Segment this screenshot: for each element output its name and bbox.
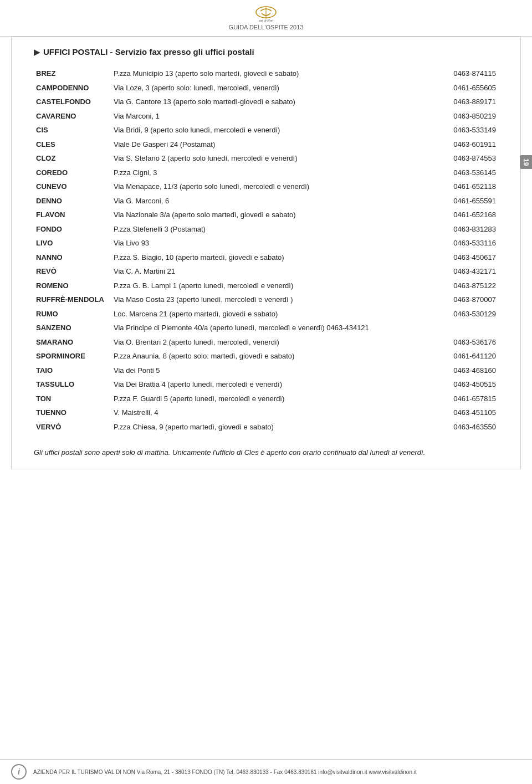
entry-phone: 0461-652118	[424, 180, 498, 194]
table-row: FONDOP.zza Stefenelli 3 (Postamat)0463-8…	[34, 222, 498, 237]
entry-phone: 0463-601911	[424, 137, 498, 152]
table-row: DENNOVia G. Marconi, 60461-655591	[34, 194, 498, 208]
table-row: SANZENOVia Principe di Piemonte 40/a (ap…	[34, 321, 498, 335]
table-row: TAIOVia dei Ponti 50463-468160	[34, 363, 498, 378]
table-row: TUENNOV. Maistrelli, 40463-451105	[34, 406, 498, 420]
entry-address: P.zza G. B. Lampi 1 (aperto lunedì, merc…	[111, 279, 424, 293]
entry-name: CAVARENO	[34, 109, 111, 124]
table-row: CUNEVOVia Menapace, 11/3 (aperto solo lu…	[34, 180, 498, 194]
entry-name: TUENNO	[34, 406, 111, 420]
entry-address: Via Marconi, 1	[111, 109, 424, 124]
entry-name: CASTELFONDO	[34, 95, 111, 109]
entry-phone: 0461-655605	[424, 81, 498, 95]
entry-phone: 0463-533116	[424, 236, 498, 250]
entry-name: CLOZ	[34, 151, 111, 166]
entry-address: Via G. Marconi, 6	[111, 194, 424, 208]
table-row: REVÒVia C. A. Martini 210463-432171	[34, 264, 498, 279]
entry-phone: 0463-874553	[424, 151, 498, 166]
entry-phone: 0463-889171	[424, 95, 498, 109]
table-row: VERVÒP.zza Chiesa, 9 (aperto martedì, gi…	[34, 420, 498, 434]
table-row: SPORMINOREP.zza Anaunia, 8 (aperto solo:…	[34, 349, 498, 363]
table-row: TASSULLOVia Dei Brattia 4 (aperto lunedì…	[34, 377, 498, 392]
entry-name: FONDO	[34, 222, 111, 237]
entry-name: CLES	[34, 137, 111, 152]
footer-text: AZIENDA PER IL TURISMO VAL DI NON Via Ro…	[33, 769, 417, 775]
entry-phone: 0463-432171	[424, 264, 498, 279]
entry-address: Via Livo 93	[111, 236, 424, 250]
entry-address: Via C. A. Martini 21	[111, 264, 424, 279]
table-row: RUFFRÈ-MENDOLAVia Maso Costa 23 (aperto …	[34, 293, 498, 307]
table-row: RUMOLoc. Marcena 21 (aperto martedì, gio…	[34, 307, 498, 321]
section-title: ▶ UFFICI POSTALI - Servizio fax presso g…	[34, 47, 498, 57]
entry-name: BREZ	[34, 66, 111, 81]
note-text: Gli uffici postali sono aperti solo di m…	[34, 447, 498, 459]
table-row: ROMENOP.zza G. B. Lampi 1 (aperto lunedì…	[34, 279, 498, 293]
entry-name: CIS	[34, 123, 111, 137]
entry-name: REVÒ	[34, 264, 111, 279]
entry-phone: 0463-450515	[424, 377, 498, 392]
entry-address: Via S. Stefano 2 (aperto solo lunedì, me…	[111, 151, 424, 166]
entry-phone: 0461-655591	[424, 194, 498, 208]
entry-phone: 0463-451105	[424, 406, 498, 420]
table-row: LIVOVia Livo 930463-533116	[34, 236, 498, 250]
table-row: CLESViale De Gasperi 24 (Postamat)0463-6…	[34, 137, 498, 152]
logo-icon: val di Non	[249, 6, 283, 22]
table-row: CLOZVia S. Stefano 2 (aperto solo lunedì…	[34, 151, 498, 166]
entry-address: Via Dei Brattia 4 (aperto lunedì, mercol…	[111, 377, 424, 392]
entry-name: SPORMINORE	[34, 349, 111, 363]
entry-phone: 0463-463550	[424, 420, 498, 434]
section-arrow-icon: ▶	[34, 48, 40, 57]
entry-name: TAIO	[34, 363, 111, 378]
entry-address: Via Bridi, 9 (aperto solo lunedì, mercol…	[111, 123, 424, 137]
entry-name: SANZENO	[34, 321, 111, 335]
header: val di Non GUIDA DELL'OSPITE 2013	[0, 0, 532, 37]
table-row: CASTELFONDOVia G. Cantore 13 (aperto sol…	[34, 95, 498, 109]
entry-address: Via Principe di Piemonte 40/a (aperto lu…	[111, 321, 424, 335]
entry-address: P.zza S. Biagio, 10 (aperto martedì, gio…	[111, 250, 424, 265]
footer: i AZIENDA PER IL TURISMO VAL DI NON Via …	[0, 759, 532, 784]
entry-address: P.zza Municipio 13 (aperto solo martedì,…	[111, 66, 424, 81]
entry-phone: 0463-536145	[424, 166, 498, 180]
table-row: SMARANOVia O. Brentari 2 (aperto lunedì,…	[34, 335, 498, 350]
page-number-tab: 19	[520, 155, 532, 169]
entry-name: ROMENO	[34, 279, 111, 293]
entry-name: RUFFRÈ-MENDOLA	[34, 293, 111, 307]
table-row: CAVARENOVia Marconi, 10463-850219	[34, 109, 498, 124]
entry-name: FLAVON	[34, 208, 111, 222]
entry-address: Loc. Marcena 21 (aperto martedì, giovedì…	[111, 307, 424, 321]
entry-phone	[424, 321, 498, 335]
info-icon: i	[11, 764, 27, 780]
header-title: GUIDA DELL'OSPITE 2013	[229, 24, 304, 30]
entry-address: V. Maistrelli, 4	[111, 406, 424, 420]
entry-address: Via Loze, 3 (aperto solo: lunedì, mercol…	[111, 81, 424, 95]
entry-address: Via G. Cantore 13 (aperto solo martedì-g…	[111, 95, 424, 109]
entry-phone: 0463-831283	[424, 222, 498, 237]
entry-name: CUNEVO	[34, 180, 111, 194]
postal-offices-table: BREZP.zza Municipio 13 (aperto solo mart…	[34, 66, 498, 434]
svg-text:val di Non: val di Non	[259, 19, 274, 22]
entry-name: SMARANO	[34, 335, 111, 350]
entry-name: TASSULLO	[34, 377, 111, 392]
entry-phone: 0463-870007	[424, 293, 498, 307]
entry-name: DENNO	[34, 194, 111, 208]
entry-phone: 0463-850219	[424, 109, 498, 124]
entry-phone: 0463-533149	[424, 123, 498, 137]
entry-phone: 0461-641120	[424, 349, 498, 363]
entry-address: Via Nazionale 3/a (aperto solo martedì, …	[111, 208, 424, 222]
entry-phone: 0463-450617	[424, 250, 498, 265]
entry-name: CAMPODENNO	[34, 81, 111, 95]
entry-phone: 0461-657815	[424, 392, 498, 406]
header-logo: val di Non GUIDA DELL'OSPITE 2013	[0, 6, 532, 32]
entry-address: P.zza Stefenelli 3 (Postamat)	[111, 222, 424, 237]
entry-address: P.zza Cigni, 3	[111, 166, 424, 180]
entry-name: RUMO	[34, 307, 111, 321]
entry-name: NANNO	[34, 250, 111, 265]
entry-name: LIVO	[34, 236, 111, 250]
entry-phone: 0463-875122	[424, 279, 498, 293]
table-row: CAMPODENNOVia Loze, 3 (aperto solo: lune…	[34, 81, 498, 95]
table-row: CISVia Bridi, 9 (aperto solo lunedì, mer…	[34, 123, 498, 137]
entry-phone: 0463-874115	[424, 66, 498, 81]
table-row: NANNOP.zza S. Biagio, 10 (aperto martedì…	[34, 250, 498, 265]
entry-name: VERVÒ	[34, 420, 111, 434]
table-row: BREZP.zza Municipio 13 (aperto solo mart…	[34, 66, 498, 81]
